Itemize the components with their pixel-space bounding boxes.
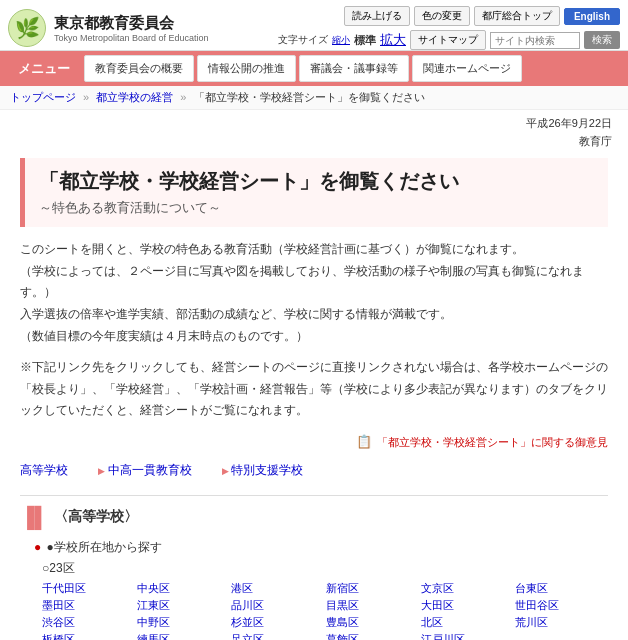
search-label-text: ●学校所在地から探す [47,540,162,554]
body-text: このシートを開くと、学校の特色ある教育活動（学校経営計画に基づく）が御覧になれま… [20,239,608,347]
note-text: ※下記リンク先をクリックしても、経営シートのページに直接リンクされない場合は、各… [20,357,608,422]
header-controls: 読み上げる 色の変更 都庁総合トップ English 文字サイズ 縮小 標準 拡… [278,6,620,50]
link-sumida[interactable]: 墨田区 [42,598,135,613]
link-edogawa[interactable]: 江戸川区 [421,632,514,640]
link-koto[interactable]: 江東区 [137,598,230,613]
section-header: ▐▌ 〈高等学校〉 [20,506,608,529]
category-link-high[interactable]: 高等学校 [20,462,68,479]
page-subtitle: ～特色ある教育活動について～ [39,199,594,217]
nav-item-council[interactable]: 審議会・議事録等 [299,55,409,82]
link-shibuya[interactable]: 渋谷区 [42,615,135,630]
feedback-area: 📋 「都立学校・学校経営シート」に関する御意見 [20,434,608,450]
header-bottom-row: 文字サイズ 縮小 標準 拡大 サイトマップ 検索 [278,30,620,50]
link-ota[interactable]: 大田区 [421,598,514,613]
nav-item-board[interactable]: 教育委員会の概要 [84,55,194,82]
link-adachi[interactable]: 足立区 [231,632,324,640]
breadcrumb-sep1: » [83,91,89,103]
breadcrumb-management[interactable]: 都立学校の経営 [96,91,173,103]
logo-area: 🌿 東京都教育委員会 Tokyo Metropolitan Board of E… [8,9,209,47]
nav-item-info[interactable]: 情報公開の推進 [197,55,296,82]
fontsize-large-button[interactable]: 拡大 [380,31,406,49]
main-content: 「都立学校・学校経営シート」を御覧ください ～特色ある教育活動について～ このシ… [0,150,628,640]
logo-text: 東京都教育委員会 Tokyo Metropolitan Board of Edu… [54,14,209,43]
district-row-3: 渋谷区 中野区 杉並区 豊島区 北区 荒川区 [34,615,608,630]
link-taito[interactable]: 台東区 [515,581,608,596]
breadcrumb-current: 「都立学校・学校経営シート」を御覧ください [194,91,425,103]
fontsize-normal-button[interactable]: 標準 [354,33,376,48]
date-line2: 教育庁 [0,133,612,151]
read-aloud-button[interactable]: 読み上げる [344,6,410,26]
body-line-3: 入学選抜の倍率や進学実績、部活動の成績など、学校に関する情報が満載です。 [20,304,608,326]
search-label: ● ●学校所在地から探す [34,539,608,556]
link-shinagawa[interactable]: 品川区 [231,598,324,613]
link-arakawa[interactable]: 荒川区 [515,615,608,630]
link-nerima[interactable]: 練馬区 [137,632,230,640]
logo-icon: 🌿 [8,9,46,47]
bullet: ● [34,540,41,554]
logo-en: Tokyo Metropolitan Board of Education [54,33,209,43]
link-chuo[interactable]: 中央区 [137,581,230,596]
nav-items: 教育委員会の概要 情報公開の推進 審議会・議事録等 関連ホームページ [84,51,522,86]
category-link-special[interactable]: ▶ 特別支援学校 [222,462,304,479]
body-line-1: このシートを開くと、学校の特色ある教育活動（学校経営計画に基づく）が御覧になれま… [20,239,608,261]
link-katsushika[interactable]: 葛飾区 [326,632,419,640]
feedback-link[interactable]: 「都立学校・学校経営シート」に関する御意見 [377,436,608,448]
link-meguro[interactable]: 目黒区 [326,598,419,613]
breadcrumb: トップページ » 都立学校の経営 » 「都立学校・学校経営シート」を御覧ください [0,86,628,110]
general-top-button[interactable]: 都庁総合トップ [474,6,560,26]
section-icon: ▐▌ [20,506,48,529]
link-kita[interactable]: 北区 [421,615,514,630]
date-area: 平成26年9月22日 教育庁 [0,110,628,150]
nav-menu: メニュー 教育委員会の概要 情報公開の推進 審議会・議事録等 関連ホームページ [0,51,628,86]
empty-cell [515,632,608,640]
link-itabashi[interactable]: 板橋区 [42,632,135,640]
logo-ja: 東京都教育委員会 [54,14,209,33]
body-line-2: （学校によっては、２ページ目に写真や図を掲載しており、学校活動の様子や制服の写真… [20,261,608,304]
district-label: ○23区 [34,560,608,577]
category-link-integrated[interactable]: ▶ 中高一貫教育校 [98,462,192,479]
link-minato[interactable]: 港区 [231,581,324,596]
breadcrumb-sep2: » [180,91,186,103]
link-suginami[interactable]: 杉並区 [231,615,324,630]
school-search: ● ●学校所在地から探す ○23区 千代田区 中央区 港区 新宿区 文京区 台東… [20,539,608,640]
nav-item-related[interactable]: 関連ホームページ [412,55,522,82]
header-top-row: 読み上げる 色の変更 都庁総合トップ English [344,6,620,26]
menu-label: メニュー [4,53,84,85]
district-row-1: 千代田区 中央区 港区 新宿区 文京区 台東区 [34,581,608,596]
link-toshima[interactable]: 豊島区 [326,615,419,630]
divider [20,495,608,496]
search-input[interactable] [490,32,580,49]
sitemap-button[interactable]: サイトマップ [410,30,486,50]
title-section: 「都立学校・学校経営シート」を御覧ください ～特色ある教育活動について～ [20,158,608,227]
english-button[interactable]: English [564,8,620,25]
link-nakano[interactable]: 中野区 [137,615,230,630]
search-button[interactable]: 検索 [584,31,620,49]
section-title: 〈高等学校〉 [54,508,138,526]
breadcrumb-home[interactable]: トップページ [10,91,76,103]
header: 🌿 東京都教育委員会 Tokyo Metropolitan Board of E… [0,0,628,51]
fontsize-label: 文字サイズ [278,33,328,47]
category-links: 高等学校 ▶ 中高一貫教育校 ▶ 特別支援学校 [20,462,608,479]
link-bunkyo[interactable]: 文京区 [421,581,514,596]
district-row-2: 墨田区 江東区 品川区 目黒区 大田区 世田谷区 [34,598,608,613]
body-line-4: （数値目標の今年度実績は４月末時点のものです。） [20,326,608,348]
link-setagaya[interactable]: 世田谷区 [515,598,608,613]
district-row-4: 板橋区 練馬区 足立区 葛飾区 江戸川区 [34,632,608,640]
page-title: 「都立学校・学校経営シート」を御覧ください [39,168,594,195]
feedback-icon: 📋 [356,434,372,449]
date-line1: 平成26年9月22日 [0,115,612,133]
fontsize-small-button[interactable]: 縮小 [332,34,350,47]
link-shinjuku[interactable]: 新宿区 [326,581,419,596]
link-chiyoda[interactable]: 千代田区 [42,581,135,596]
color-change-button[interactable]: 色の変更 [414,6,470,26]
